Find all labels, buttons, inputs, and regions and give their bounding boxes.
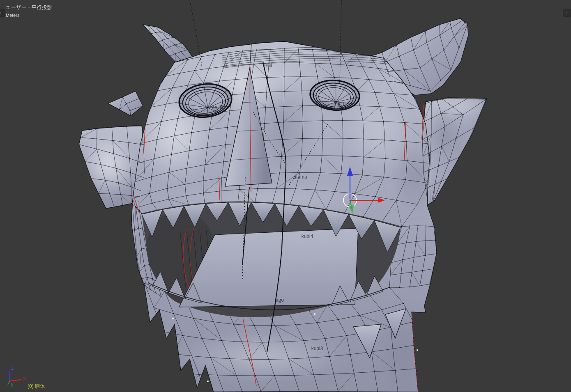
selected-vertex[interactable]	[172, 318, 173, 319]
active-object-label: (0) 胴体	[28, 383, 45, 390]
axis-x-label: X	[23, 376, 26, 381]
blender-3d-viewport: { "viewport": { "view_label": "ユーザー・平行投影…	[0, 0, 571, 392]
expand-panel-right-button[interactable]: +	[563, 9, 571, 17]
units-label: Meters	[6, 13, 20, 18]
selected-vertex[interactable]	[207, 381, 208, 382]
bone-label: ago	[276, 297, 284, 303]
viewport-canvas[interactable]: ZXy	[0, 0, 571, 392]
selected-vertex[interactable]	[417, 349, 418, 351]
bone-label: kubi4	[302, 234, 313, 239]
expand-panel-left-button[interactable]: +	[0, 9, 5, 17]
bone-label: atama	[293, 174, 307, 180]
axis-z-label: Z	[11, 366, 14, 371]
bone-label: me_R	[210, 105, 223, 110]
bone-label: me_L	[334, 101, 346, 107]
selected-vertex[interactable]	[314, 313, 315, 314]
axis-y-label: y	[11, 382, 14, 387]
bone-label: kubi3	[311, 346, 323, 351]
bone-label: 両目	[263, 62, 273, 69]
view-mode-label: ユーザー・平行投影	[6, 4, 52, 11]
